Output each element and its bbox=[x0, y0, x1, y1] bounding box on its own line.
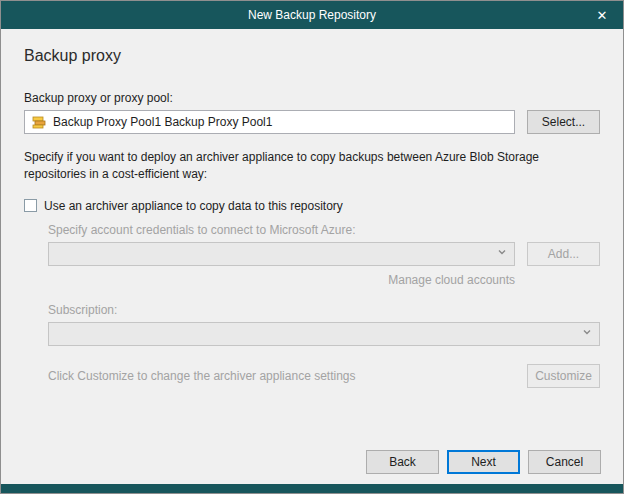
dialog-body: Backup proxy Backup proxy or proxy pool:… bbox=[1, 29, 623, 450]
subscription-dropdown[interactable] bbox=[48, 322, 600, 346]
customize-row: Click Customize to change the archiver a… bbox=[48, 364, 600, 388]
window-title: New Backup Repository bbox=[248, 8, 376, 22]
next-button[interactable]: Next bbox=[447, 450, 520, 474]
proxy-label: Backup proxy or proxy pool: bbox=[24, 91, 600, 105]
chevron-down-icon bbox=[496, 246, 508, 261]
footer-buttons: Back Next Cancel bbox=[1, 450, 623, 484]
archiver-description: Specify if you want to deploy an archive… bbox=[24, 149, 600, 184]
archiver-settings-group: Specify account credentials to connect t… bbox=[48, 223, 600, 388]
proxy-input[interactable]: Backup Proxy Pool1 Backup Proxy Pool1 bbox=[24, 110, 515, 134]
archiver-checkbox-row: Use an archiver appliance to copy data t… bbox=[24, 199, 600, 213]
manage-cloud-accounts-link[interactable]: Manage cloud accounts bbox=[48, 273, 515, 287]
new-backup-repository-dialog: New Backup Repository ✕ Backup proxy Bac… bbox=[0, 0, 624, 494]
close-icon: ✕ bbox=[597, 8, 608, 23]
proxy-row: Backup Proxy Pool1 Backup Proxy Pool1 Se… bbox=[24, 110, 600, 134]
close-button[interactable]: ✕ bbox=[581, 1, 623, 29]
customize-hint: Click Customize to change the archiver a… bbox=[48, 369, 356, 383]
chevron-down-icon bbox=[581, 326, 593, 341]
credentials-dropdown[interactable] bbox=[48, 242, 515, 266]
archiver-checkbox[interactable] bbox=[24, 199, 37, 212]
credentials-label: Specify account credentials to connect t… bbox=[48, 223, 600, 237]
select-button[interactable]: Select... bbox=[527, 110, 600, 134]
proxy-pool-icon bbox=[31, 114, 47, 130]
page-title: Backup proxy bbox=[24, 47, 600, 65]
credentials-row: Add... bbox=[48, 242, 600, 266]
titlebar: New Backup Repository ✕ bbox=[1, 1, 623, 29]
back-button[interactable]: Back bbox=[366, 450, 439, 474]
add-button[interactable]: Add... bbox=[527, 242, 600, 266]
proxy-value: Backup Proxy Pool1 Backup Proxy Pool1 bbox=[53, 115, 272, 129]
bottom-accent-strip bbox=[1, 484, 623, 493]
cancel-button[interactable]: Cancel bbox=[528, 450, 601, 474]
customize-button[interactable]: Customize bbox=[527, 364, 600, 388]
subscription-label: Subscription: bbox=[48, 303, 600, 317]
archiver-checkbox-label: Use an archiver appliance to copy data t… bbox=[44, 199, 343, 213]
